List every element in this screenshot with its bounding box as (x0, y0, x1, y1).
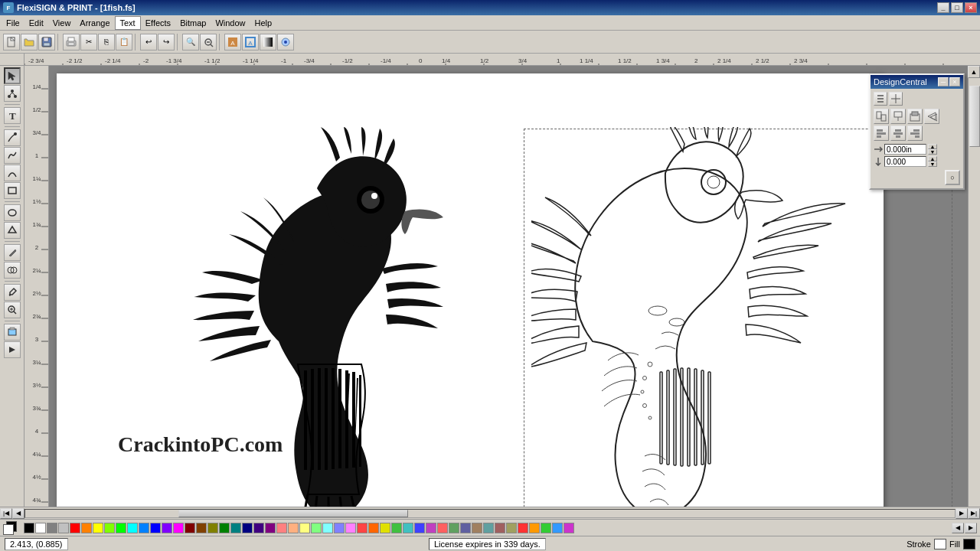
menu-arrange[interactable]: Arrange (75, 17, 114, 29)
dc-width-input[interactable]: 0.000in (884, 144, 926, 155)
color-swatch-light-blue[interactable] (334, 523, 345, 533)
color-swatch-white[interactable] (35, 523, 46, 533)
node-tool-button[interactable] (4, 85, 21, 102)
fill-color-button[interactable]: A (224, 34, 241, 51)
vscroll-up-button[interactable]: ▲ (968, 66, 980, 78)
knife-tool-button[interactable] (4, 244, 21, 261)
print-button[interactable] (63, 34, 80, 51)
color-swatch-light-green[interactable] (311, 523, 322, 533)
menu-bitmap[interactable]: Bitmap (175, 17, 211, 29)
menu-text[interactable]: Text (115, 16, 141, 30)
color-swatch-yellow[interactable] (93, 523, 103, 533)
dc-ok-button[interactable]: ○ (945, 170, 960, 185)
color-swatch-medium-green[interactable] (391, 523, 402, 533)
rectangle-tool-button[interactable] (4, 182, 21, 199)
color-swatch-silver[interactable] (58, 523, 69, 533)
dc-height-input[interactable]: 0.000 (884, 156, 926, 167)
stroke-color-swatch[interactable] (3, 524, 14, 535)
hscroll-page-start-button[interactable]: |◀ (0, 508, 12, 519)
color-swatch-bright-red[interactable] (518, 523, 528, 533)
color-swatch-light-cyan[interactable] (322, 523, 333, 533)
text-tool-button[interactable]: T (4, 107, 21, 124)
open-button[interactable] (21, 34, 38, 51)
vscrollbar-track[interactable] (968, 78, 980, 507)
weld-tool-button[interactable] (4, 262, 21, 279)
pen-tool-button[interactable] (4, 129, 21, 146)
freehand-tool-button[interactable] (4, 147, 21, 164)
hscrollbar-thumb[interactable] (178, 510, 408, 517)
menu-effects[interactable]: Effects (141, 17, 175, 29)
dc-align-right-button[interactable] (907, 126, 923, 141)
design-central-restore-button[interactable]: ─ (938, 77, 949, 86)
color-swatch-magenta[interactable] (173, 523, 184, 533)
color-swatch-light-red[interactable] (357, 523, 368, 533)
hscroll-right-button[interactable]: ▶ (956, 508, 968, 519)
hscroll-page-end-button[interactable]: ▶| (968, 508, 980, 519)
copy-button[interactable]: ⎘ (98, 34, 115, 51)
canvas-area[interactable]: CrackintoPC.com DesignCentral ─ × (49, 66, 980, 507)
color-swatch-gold[interactable] (380, 523, 390, 533)
gradient-button[interactable] (260, 34, 276, 51)
menu-help[interactable]: Help (250, 17, 277, 29)
color-swatch-light-magenta[interactable] (345, 523, 356, 533)
color-swatch-lime[interactable] (104, 523, 115, 533)
color-swatch-muted-olive[interactable] (506, 523, 517, 533)
select-tool-button[interactable] (4, 67, 21, 84)
hscrollbar-track[interactable] (24, 509, 956, 518)
color-swatch-purple-dark[interactable] (253, 523, 264, 533)
color-swatch-muted-blue[interactable] (460, 523, 471, 533)
arc-tool-button[interactable] (4, 165, 21, 181)
color-swatch-medium-purple[interactable] (426, 523, 436, 533)
menu-edit[interactable]: Edit (24, 17, 48, 29)
dc-height-down-button[interactable]: ▼ (928, 161, 937, 167)
save-button[interactable] (38, 34, 55, 51)
color-swatch-green[interactable] (116, 523, 126, 533)
color-swatch-blue[interactable] (150, 523, 161, 533)
undo-button[interactable]: ↩ (140, 34, 157, 51)
dc-anchor-tr-button[interactable] (907, 109, 923, 124)
menu-window[interactable]: Window (211, 17, 250, 29)
color-swatch-navy[interactable] (242, 523, 253, 533)
hscroll-left-button[interactable]: ◀ (12, 508, 24, 519)
dc-width-up-button[interactable]: ▲ (928, 144, 937, 149)
color-swatch-teal[interactable] (230, 523, 241, 533)
dc-height-up-button[interactable]: ▲ (928, 156, 937, 161)
polygon-tool-button[interactable] (4, 222, 21, 239)
dc-align-left-button[interactable] (874, 126, 889, 141)
color-swatch-peach[interactable] (288, 523, 299, 533)
dc-width-down-button[interactable]: ▼ (928, 149, 937, 155)
zoom-in-button[interactable]: 🔍 (182, 34, 199, 51)
restore-button[interactable]: □ (951, 2, 963, 13)
close-button[interactable]: × (965, 2, 977, 13)
dc-anchor-tl-button[interactable] (874, 109, 889, 124)
color-swatch-olive[interactable] (207, 523, 218, 533)
dc-align-center-button[interactable] (890, 126, 906, 141)
color-swatch-coral[interactable] (437, 523, 448, 533)
color-swatch-medium-cyan[interactable] (403, 523, 413, 533)
color-swatch-orange[interactable] (81, 523, 92, 533)
color-swatch-black[interactable] (24, 523, 34, 533)
paste-button[interactable]: 📋 (116, 34, 132, 51)
dc-anchor-tc-button[interactable] (890, 109, 906, 124)
color-swatch-azure[interactable] (139, 523, 149, 533)
dc-position-button[interactable] (889, 92, 903, 106)
menu-file[interactable]: File (2, 17, 24, 29)
vscrollbar-thumb[interactable] (969, 86, 980, 147)
color-swatch-cyan[interactable] (127, 523, 138, 533)
dc-anchor-br-button[interactable] (924, 109, 939, 124)
color-swatch-purple[interactable] (265, 523, 276, 533)
color-swatch-muted-green[interactable] (449, 523, 459, 533)
color-swatch-amber[interactable] (529, 523, 540, 533)
media-tool-button[interactable] (4, 341, 21, 358)
dc-transform-button[interactable] (874, 92, 887, 106)
color-swatch-muted-red[interactable] (495, 523, 505, 533)
color-swatch-violet[interactable] (162, 523, 172, 533)
zoom-tool-button[interactable] (4, 302, 21, 318)
cut-button[interactable]: ✂ (80, 34, 97, 51)
eyedropper-tool-button[interactable] (4, 284, 21, 301)
color-swatch-sky-blue[interactable] (552, 523, 563, 533)
new-button[interactable] (3, 34, 20, 51)
color-swatch-medium-lime[interactable] (541, 523, 551, 533)
palette-right-button[interactable]: ▶ (965, 523, 977, 533)
color-swatch-light-yellow[interactable] (299, 523, 310, 533)
